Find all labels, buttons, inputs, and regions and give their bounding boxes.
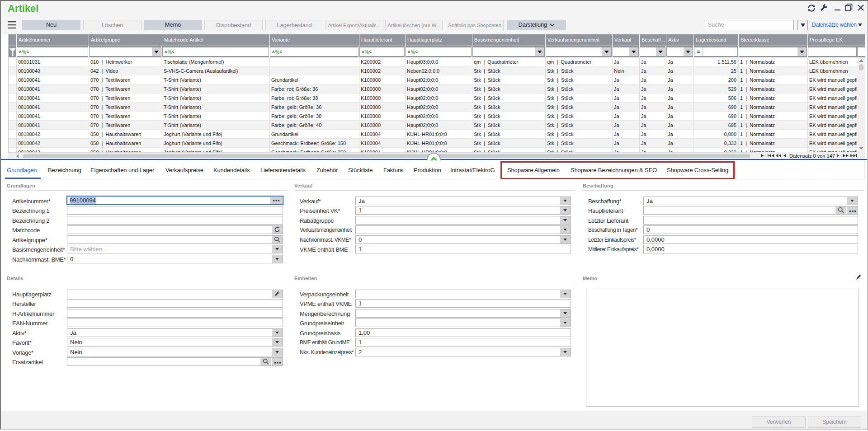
svg-text:Datensatz 0 von 147: Datensatz 0 von 147: [789, 153, 835, 159]
